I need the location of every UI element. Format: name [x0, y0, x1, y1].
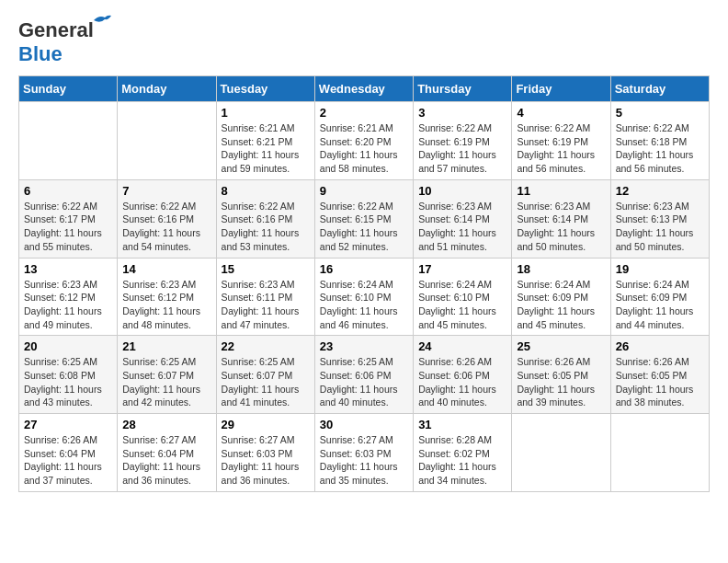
- day-number: 10: [418, 184, 506, 198]
- calendar-cell: 31Sunrise: 6:28 AM Sunset: 6:02 PM Dayli…: [414, 414, 512, 492]
- day-info: Sunrise: 6:25 AM Sunset: 6:06 PM Dayligh…: [320, 355, 408, 409]
- calendar-cell: 28Sunrise: 6:27 AM Sunset: 6:04 PM Dayli…: [118, 414, 216, 492]
- header-day-monday: Monday: [118, 76, 216, 102]
- logo-blue-text: Blue: [18, 42, 63, 65]
- day-number: 1: [222, 106, 310, 120]
- calendar-cell: 17Sunrise: 6:24 AM Sunset: 6:10 PM Dayli…: [414, 258, 512, 336]
- day-info: Sunrise: 6:22 AM Sunset: 6:16 PM Dayligh…: [122, 200, 210, 254]
- calendar-cell: [118, 102, 216, 180]
- day-number: 11: [517, 184, 605, 198]
- day-number: 16: [320, 262, 408, 276]
- logo: General Blue: [18, 18, 94, 66]
- calendar-cell: 13Sunrise: 6:23 AM Sunset: 6:12 PM Dayli…: [19, 258, 118, 336]
- day-number: 5: [616, 106, 704, 120]
- day-info: Sunrise: 6:26 AM Sunset: 6:04 PM Dayligh…: [24, 433, 112, 488]
- calendar-cell: 1Sunrise: 6:21 AM Sunset: 6:21 PM Daylig…: [216, 102, 314, 180]
- day-number: 21: [122, 339, 210, 353]
- day-number: 7: [122, 184, 210, 198]
- header-day-tuesday: Tuesday: [216, 76, 314, 102]
- calendar-cell: 5Sunrise: 6:22 AM Sunset: 6:18 PM Daylig…: [610, 102, 709, 180]
- calendar-cell: [610, 414, 709, 492]
- week-row-5: 27Sunrise: 6:26 AM Sunset: 6:04 PM Dayli…: [19, 414, 710, 492]
- calendar-cell: 3Sunrise: 6:22 AM Sunset: 6:19 PM Daylig…: [414, 102, 512, 180]
- day-info: Sunrise: 6:24 AM Sunset: 6:10 PM Dayligh…: [418, 278, 506, 332]
- day-number: 29: [222, 418, 310, 431]
- week-row-4: 20Sunrise: 6:25 AM Sunset: 6:08 PM Dayli…: [19, 336, 710, 414]
- calendar-cell: 21Sunrise: 6:25 AM Sunset: 6:07 PM Dayli…: [118, 336, 216, 414]
- day-number: 15: [222, 262, 310, 276]
- day-info: Sunrise: 6:22 AM Sunset: 6:18 PM Dayligh…: [616, 121, 704, 176]
- calendar-cell: 11Sunrise: 6:23 AM Sunset: 6:14 PM Dayli…: [512, 179, 610, 258]
- logo-general-text: General: [18, 18, 94, 41]
- header-day-saturday: Saturday: [610, 76, 709, 102]
- day-number: 19: [616, 262, 704, 276]
- day-info: Sunrise: 6:23 AM Sunset: 6:11 PM Dayligh…: [222, 278, 310, 332]
- calendar-cell: 14Sunrise: 6:23 AM Sunset: 6:12 PM Dayli…: [118, 258, 216, 336]
- day-number: 22: [222, 339, 310, 353]
- logo-bird-icon: [92, 13, 112, 28]
- calendar-cell: 29Sunrise: 6:27 AM Sunset: 6:03 PM Dayli…: [216, 414, 314, 492]
- day-number: 9: [320, 184, 408, 198]
- day-number: 27: [24, 418, 112, 431]
- header-day-friday: Friday: [512, 76, 610, 102]
- calendar-cell: 6Sunrise: 6:22 AM Sunset: 6:17 PM Daylig…: [19, 179, 118, 258]
- calendar-cell: 30Sunrise: 6:27 AM Sunset: 6:03 PM Dayli…: [314, 414, 413, 492]
- day-info: Sunrise: 6:26 AM Sunset: 6:05 PM Dayligh…: [517, 355, 605, 409]
- day-info: Sunrise: 6:23 AM Sunset: 6:12 PM Dayligh…: [122, 278, 210, 332]
- day-info: Sunrise: 6:22 AM Sunset: 6:16 PM Dayligh…: [222, 200, 310, 254]
- calendar-body: 1Sunrise: 6:21 AM Sunset: 6:21 PM Daylig…: [19, 102, 710, 492]
- calendar-cell: 19Sunrise: 6:24 AM Sunset: 6:09 PM Dayli…: [610, 258, 709, 336]
- day-number: 12: [616, 184, 704, 198]
- calendar-cell: 26Sunrise: 6:26 AM Sunset: 6:05 PM Dayli…: [610, 336, 709, 414]
- day-number: 28: [122, 418, 210, 431]
- calendar-cell: 25Sunrise: 6:26 AM Sunset: 6:05 PM Dayli…: [512, 336, 610, 414]
- calendar-cell: [19, 102, 118, 180]
- day-info: Sunrise: 6:27 AM Sunset: 6:03 PM Dayligh…: [320, 433, 408, 488]
- day-info: Sunrise: 6:24 AM Sunset: 6:09 PM Dayligh…: [616, 278, 704, 332]
- day-info: Sunrise: 6:26 AM Sunset: 6:06 PM Dayligh…: [418, 355, 506, 409]
- day-number: 8: [222, 184, 310, 198]
- header-day-wednesday: Wednesday: [314, 76, 413, 102]
- day-info: Sunrise: 6:23 AM Sunset: 6:14 PM Dayligh…: [517, 200, 605, 254]
- day-number: 18: [517, 262, 605, 276]
- day-info: Sunrise: 6:28 AM Sunset: 6:02 PM Dayligh…: [418, 433, 506, 488]
- day-info: Sunrise: 6:21 AM Sunset: 6:21 PM Dayligh…: [222, 121, 310, 176]
- header-row: SundayMondayTuesdayWednesdayThursdayFrid…: [19, 76, 710, 102]
- calendar-cell: 22Sunrise: 6:25 AM Sunset: 6:07 PM Dayli…: [216, 336, 314, 414]
- calendar-cell: 18Sunrise: 6:24 AM Sunset: 6:09 PM Dayli…: [512, 258, 610, 336]
- day-info: Sunrise: 6:25 AM Sunset: 6:08 PM Dayligh…: [24, 355, 112, 409]
- day-info: Sunrise: 6:21 AM Sunset: 6:20 PM Dayligh…: [320, 121, 408, 176]
- day-info: Sunrise: 6:22 AM Sunset: 6:17 PM Dayligh…: [24, 200, 112, 254]
- day-number: 6: [24, 184, 112, 198]
- calendar-cell: 10Sunrise: 6:23 AM Sunset: 6:14 PM Dayli…: [414, 179, 512, 258]
- day-number: 23: [320, 339, 408, 353]
- day-info: Sunrise: 6:23 AM Sunset: 6:12 PM Dayligh…: [24, 278, 112, 332]
- week-row-1: 1Sunrise: 6:21 AM Sunset: 6:21 PM Daylig…: [19, 102, 710, 180]
- day-number: 31: [418, 418, 506, 431]
- day-info: Sunrise: 6:27 AM Sunset: 6:04 PM Dayligh…: [122, 433, 210, 488]
- day-number: 24: [418, 339, 506, 353]
- calendar-cell: 23Sunrise: 6:25 AM Sunset: 6:06 PM Dayli…: [314, 336, 413, 414]
- day-info: Sunrise: 6:24 AM Sunset: 6:09 PM Dayligh…: [517, 278, 605, 332]
- day-number: 26: [616, 339, 704, 353]
- page-header: General Blue: [18, 18, 710, 66]
- day-info: Sunrise: 6:25 AM Sunset: 6:07 PM Dayligh…: [122, 355, 210, 409]
- day-number: 4: [517, 106, 605, 120]
- calendar-cell: 7Sunrise: 6:22 AM Sunset: 6:16 PM Daylig…: [118, 179, 216, 258]
- day-info: Sunrise: 6:23 AM Sunset: 6:14 PM Dayligh…: [418, 200, 506, 254]
- header-day-sunday: Sunday: [19, 76, 118, 102]
- calendar-cell: 4Sunrise: 6:22 AM Sunset: 6:19 PM Daylig…: [512, 102, 610, 180]
- week-row-3: 13Sunrise: 6:23 AM Sunset: 6:12 PM Dayli…: [19, 258, 710, 336]
- header-day-thursday: Thursday: [414, 76, 512, 102]
- day-info: Sunrise: 6:27 AM Sunset: 6:03 PM Dayligh…: [222, 433, 310, 488]
- day-info: Sunrise: 6:23 AM Sunset: 6:13 PM Dayligh…: [616, 200, 704, 254]
- week-row-2: 6Sunrise: 6:22 AM Sunset: 6:17 PM Daylig…: [19, 179, 710, 258]
- calendar-cell: 20Sunrise: 6:25 AM Sunset: 6:08 PM Dayli…: [19, 336, 118, 414]
- day-info: Sunrise: 6:25 AM Sunset: 6:07 PM Dayligh…: [222, 355, 310, 409]
- calendar-cell: 16Sunrise: 6:24 AM Sunset: 6:10 PM Dayli…: [314, 258, 413, 336]
- day-info: Sunrise: 6:22 AM Sunset: 6:19 PM Dayligh…: [517, 121, 605, 176]
- day-number: 25: [517, 339, 605, 353]
- calendar-cell: 2Sunrise: 6:21 AM Sunset: 6:20 PM Daylig…: [314, 102, 413, 180]
- calendar-header: SundayMondayTuesdayWednesdayThursdayFrid…: [19, 76, 710, 102]
- logo-combined: General: [18, 18, 94, 42]
